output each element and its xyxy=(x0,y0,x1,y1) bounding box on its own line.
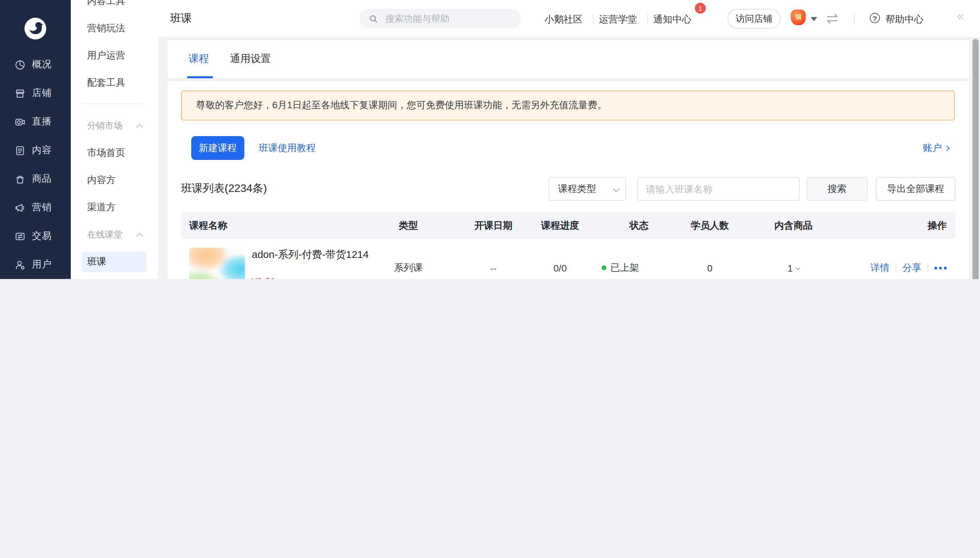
account-link[interactable]: 账户 xyxy=(923,142,949,154)
course-progress: 0/0 xyxy=(519,239,601,279)
tab-bar: 课程 通用设置 xyxy=(167,40,969,78)
help-center-link[interactable]: 帮助中心 xyxy=(885,14,924,26)
course-thumbnail xyxy=(189,248,245,279)
notification-link[interactable]: 通知中心 xyxy=(653,14,691,26)
subnav-item[interactable]: 配套工具 xyxy=(71,69,158,97)
sidebar-item-store[interactable]: 店铺 xyxy=(0,79,71,108)
subnav-item[interactable]: 营销玩法 xyxy=(71,15,158,42)
divider xyxy=(593,14,593,24)
export-button[interactable]: 导出全部课程 xyxy=(876,177,955,201)
course-type-value: 课程类型 xyxy=(558,183,596,195)
live-icon xyxy=(14,116,26,128)
chevron-down-icon[interactable] xyxy=(811,17,817,21)
sidebar-item-marketing[interactable]: 营销 xyxy=(0,193,71,222)
sidebar-item-label: 直播 xyxy=(32,116,52,128)
sidebar-item-label: 内容 xyxy=(32,144,52,156)
page-title: 班课 xyxy=(170,11,192,26)
chevron-down-icon xyxy=(613,185,620,192)
subnav-section-title[interactable]: 在线课堂 xyxy=(71,221,158,248)
account-label: 账户 xyxy=(923,142,942,154)
subnav-section-label: 在线课堂 xyxy=(87,229,123,241)
more-actions-icon[interactable] xyxy=(934,266,947,269)
active-tab-underline xyxy=(187,76,213,78)
subnav-section-title[interactable]: 教务管理 xyxy=(71,276,158,279)
search-button[interactable]: 搜索 xyxy=(806,177,868,201)
tutorial-link[interactable]: 班课使用教程 xyxy=(259,142,316,154)
switch-account-icon[interactable] xyxy=(826,14,839,26)
sidebar-item-label: 商品 xyxy=(32,173,52,185)
course-table: 课程名称类型开课日期课程进度状态学员人数内含商品操作 adon-系列-付费-带货… xyxy=(181,212,955,279)
student-count: 0 xyxy=(669,239,751,279)
global-search-input[interactable] xyxy=(384,13,506,25)
pie-icon xyxy=(14,59,26,71)
goose-logo-icon xyxy=(25,18,46,39)
sidebar-item-user[interactable]: 用户 xyxy=(0,250,71,279)
sidebar-item-label: 店铺 xyxy=(32,87,52,99)
chevron-up-icon xyxy=(136,123,143,130)
sidebar-item-trade[interactable]: 交易 xyxy=(0,222,71,250)
top-header: 班课 小鹅社区 运营学堂 通知中心 1 访问店铺 福 ? xyxy=(158,0,980,38)
sidebar-item-goods[interactable]: 商品 xyxy=(0,165,71,193)
store-icon xyxy=(14,87,26,99)
course-panel: 尊敬的客户您好，6月1日起至各地线下复课期间，您可免费使用班课功能，无需另外充值… xyxy=(167,81,969,279)
help-icon[interactable]: ? xyxy=(870,13,880,23)
avatar-glyph: 福 xyxy=(795,13,801,22)
subnav-item[interactable]: 市场首页 xyxy=(71,140,158,167)
subnav-section-title[interactable]: 分销市场 xyxy=(71,112,158,140)
chevron-up-icon xyxy=(136,232,143,239)
course-type-select[interactable]: 课程类型 xyxy=(548,177,626,201)
subnav-item[interactable]: 渠道方 xyxy=(71,194,158,221)
column-header: 内含商品 xyxy=(753,212,834,239)
subnav-item[interactable]: 用户运营 xyxy=(71,42,158,69)
visit-shop-button[interactable]: 访问店铺 xyxy=(727,9,781,29)
tab-course[interactable]: 课程 xyxy=(189,53,209,65)
divider xyxy=(927,263,928,272)
sidebar-item-content[interactable]: 内容 xyxy=(0,136,71,165)
scrollbar-thumb[interactable] xyxy=(972,39,978,279)
search-icon xyxy=(369,14,378,23)
column-header: 状态 xyxy=(602,212,676,239)
sidebar-item-live[interactable]: 直播 xyxy=(0,108,71,136)
divider xyxy=(896,263,896,272)
action-detail[interactable]: 详情 xyxy=(870,262,890,274)
divider xyxy=(854,12,855,25)
avatar[interactable]: 福 xyxy=(791,10,806,25)
community-link[interactable]: 小鹅社区 xyxy=(545,14,583,26)
content-icon xyxy=(14,144,26,156)
divider xyxy=(647,14,648,24)
course-type: 系列课 xyxy=(368,239,449,279)
sidebar-item-label: 概况 xyxy=(32,59,52,71)
chevron-right-icon xyxy=(944,146,950,151)
notification-badge: 1 xyxy=(695,3,706,14)
global-search[interactable] xyxy=(359,9,520,29)
main-area: 班课 小鹅社区 运营学堂 通知中心 1 访问店铺 福 ? xyxy=(158,0,980,279)
column-header: 课程进度 xyxy=(519,212,601,239)
sidebar-item-label: 交易 xyxy=(32,230,52,242)
academy-link[interactable]: 运营学堂 xyxy=(599,14,637,26)
action-share[interactable]: 分享 xyxy=(903,262,921,274)
collapse-icon[interactable]: « xyxy=(957,9,963,24)
table-header: 课程名称类型开课日期课程进度状态学员人数内含商品操作 xyxy=(181,212,955,239)
subnav-item[interactable]: 内容方 xyxy=(71,167,158,194)
row-actions: 详情分享 xyxy=(751,239,955,279)
course-price: ¥0.01 xyxy=(252,276,276,279)
table-row[interactable]: adon-系列-付费-带货1214¥0.01系列课--0/0已上架01详情分享 xyxy=(181,239,955,279)
status-dot-icon xyxy=(602,265,606,270)
user-icon xyxy=(14,259,26,271)
column-header: 类型 xyxy=(368,212,449,239)
tab-general-settings[interactable]: 通用设置 xyxy=(230,53,271,65)
course-name-input[interactable] xyxy=(637,177,799,201)
sidebar-item-pie[interactable]: 概况 xyxy=(0,50,71,79)
divider xyxy=(82,103,143,104)
secondary-sidebar: 内容工具营销玩法用户运营配套工具分销市场市场首页内容方渠道方在线课堂班课教务管理… xyxy=(71,0,158,279)
sidebar-item-label: 用户 xyxy=(32,259,52,271)
course-status: 已上架 xyxy=(602,239,676,279)
subnav-item[interactable]: 内容工具 xyxy=(71,0,158,15)
notice-banner: 尊敬的客户您好，6月1日起至各地线下复课期间，您可免费使用班课功能，无需另外充值… xyxy=(181,90,955,120)
subnav-item-active[interactable]: 班课 xyxy=(82,252,146,272)
new-course-button[interactable]: 新建课程 xyxy=(191,136,244,160)
goods-icon xyxy=(14,173,26,185)
course-name: adon-系列-付费-带货1214 xyxy=(252,248,369,261)
status-label: 已上架 xyxy=(611,262,639,274)
brand-logo[interactable] xyxy=(0,0,71,50)
